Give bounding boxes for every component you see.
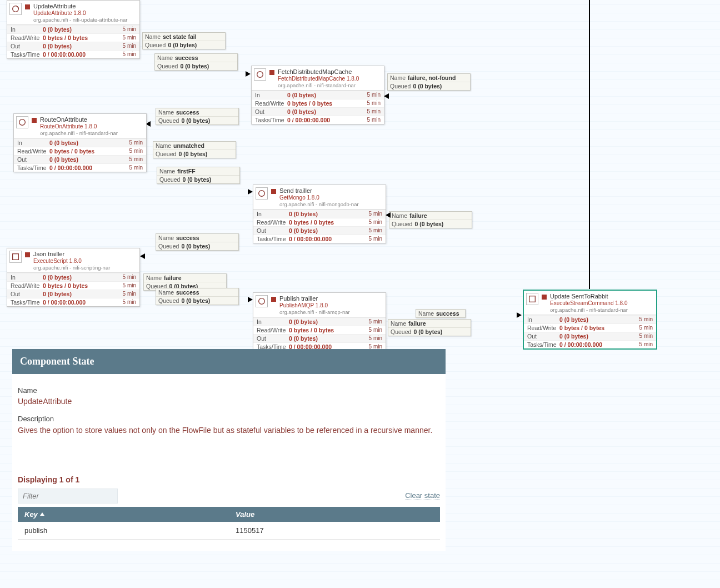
state-table-header: Key Value [18,507,440,522]
processor-update-sent-to-rabbit[interactable]: Update SentToRabbit ExecuteStreamCommand… [523,290,657,349]
dialog-title: Component State [12,349,446,374]
connection-success-3[interactable]: Namesuccess Queued0 (0 bytes) [156,233,239,251]
stopped-icon [271,297,276,302]
arrowhead-icon [517,312,522,318]
flow-canvas[interactable]: UpdateAttribute UpdateAttribute 1.8.0 or… [0,0,720,350]
processor-send-trailler[interactable]: Send trailler GetMongo 1.8.0 org.apache.… [253,185,386,243]
svg-point-1 [257,72,263,78]
filter-input[interactable] [18,489,118,504]
processor-publish-trailler[interactable]: Publish trailler PublishAMQP 1.8.0 org.a… [253,292,386,351]
arrowhead-icon [140,253,145,259]
state-value: 1150517 [229,522,440,539]
connection-set-state-fail[interactable]: Nameset state fail Queued0 (0 bytes) [142,32,226,49]
svg-point-3 [259,191,265,197]
connector-line [589,0,590,289]
arrowhead-icon [248,297,253,302]
stopped-icon [25,252,30,257]
connection-success-5[interactable]: Namesuccess [416,309,466,318]
arrowhead-icon [386,212,391,218]
arrowhead-icon [384,93,389,99]
processor-update-attribute[interactable]: UpdateAttribute UpdateAttribute 1.8.0 or… [7,0,140,59]
state-key: publish [18,522,229,539]
connection-unmatched[interactable]: Nameunmatched Queued0 (0 bytes) [153,141,236,158]
state-table-row[interactable]: publish 1150517 [18,522,440,540]
processor-icon [9,251,22,263]
description-value: Gives the option to store values not onl… [18,425,440,436]
stopped-icon [25,4,30,9]
stopped-icon [32,118,37,123]
arrowhead-icon [248,189,253,195]
sort-asc-icon [40,512,44,516]
arrowhead-icon [246,71,251,77]
component-state-dialog: Component State Name UpdateAttribute Des… [12,349,446,551]
stopped-icon [269,70,274,75]
processor-fetch-cache[interactable]: FetchDistributedMapCache FetchDistribute… [251,66,384,124]
processor-icon [9,3,22,15]
processor-name: UpdateAttribute [33,3,128,10]
connection-success-4[interactable]: Namesuccess Queued0 (0 bytes) [156,288,239,305]
column-key[interactable]: Key [18,507,229,522]
processor-bundle: org.apache.nifi - nifi-update-attribute-… [33,17,128,23]
name-value: UpdateAttribute [18,397,440,406]
svg-rect-6 [529,296,536,302]
processor-type: UpdateAttribute 1.8.0 [33,10,128,17]
connection-success-1[interactable]: Namesuccess Queued0 (0 bytes) [154,53,238,71]
connection-failure-3[interactable]: Namefailure Queued0 (0 bytes) [388,319,471,336]
processor-icon [526,293,538,305]
stopped-icon [271,189,276,194]
clear-state-link[interactable]: Clear state [405,491,440,500]
processor-icon [256,187,268,200]
connection-firstff[interactable]: NamefirstFF Queued0 (0 bytes) [157,167,240,184]
processor-icon [256,295,268,307]
svg-point-5 [259,298,265,305]
connection-failure-not-found[interactable]: Namefailure, not-found Queued0 (0 bytes) [387,73,471,91]
description-label: Description [18,415,440,423]
connection-failure-1[interactable]: Namefailure Queued0 (0 bytes) [389,211,472,228]
connection-success-2[interactable]: Namesuccess Queued0 (0 bytes) [156,108,239,125]
column-value[interactable]: Value [229,507,440,522]
stopped-icon [542,295,547,300]
name-label: Name [18,386,440,395]
svg-rect-4 [13,254,19,260]
processor-icon [16,116,28,128]
processor-route-on-attribute[interactable]: RouteOnAttribute RouteOnAttribute 1.8.0 … [13,113,147,172]
svg-point-2 [19,119,26,126]
displaying-count: Displaying 1 of 1 [18,475,440,484]
processor-icon [254,68,266,81]
processor-json-trailler[interactable]: Json trailler ExecuteScript 1.8.0 org.ap… [7,248,140,307]
